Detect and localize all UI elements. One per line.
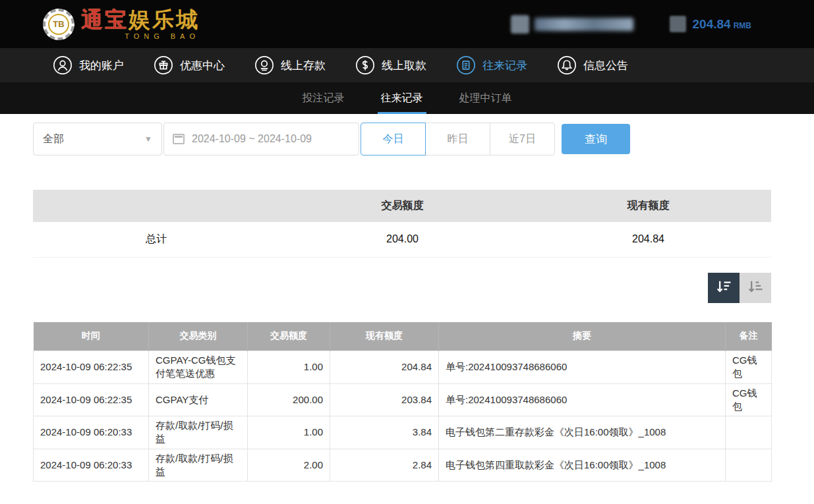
- nav-item-transaction-records[interactable]: 往来记录: [456, 55, 527, 75]
- nav-label: 我的账户: [79, 58, 124, 73]
- col-time: 时间: [34, 322, 149, 351]
- date-range-picker[interactable]: 2024-10-09 ~ 2024-10-09: [163, 123, 359, 155]
- cell-time: 2024-10-09 06:20:33: [34, 416, 149, 449]
- summary-header-row: 交易额度 现有额度: [33, 190, 771, 222]
- tab-transaction-records[interactable]: 往来记录: [378, 82, 426, 114]
- sort-descending-button[interactable]: [708, 273, 740, 303]
- type-select-value: 全部: [43, 132, 64, 146]
- tab-processing-orders[interactable]: 处理中订单: [456, 82, 515, 114]
- cell-note: [726, 416, 772, 449]
- cell-type: CGPAY-CG钱包支付笔笔送优惠: [149, 351, 248, 384]
- cell-summary: 单号:202410093748686060: [439, 383, 726, 416]
- cell-summary: 单号:202410093748686060: [439, 351, 726, 384]
- main-nav: 我的账户 优惠中心 线上存款 线上取款: [0, 48, 814, 82]
- summary-header-balance: 现有额度: [525, 190, 771, 222]
- col-balance: 现有额度: [330, 322, 439, 351]
- sort-controls: [33, 273, 771, 303]
- date-range-value: 2024-10-09 ~ 2024-10-09: [192, 133, 312, 145]
- quick-last7days-button[interactable]: 近7日: [490, 123, 555, 155]
- gift-icon: [154, 55, 173, 75]
- cell-time: 2024-10-09 06:20:33: [34, 449, 149, 482]
- table-row: 2024-10-09 06:22:35 CGPAY-CG钱包支付笔笔送优惠 1.…: [34, 351, 772, 384]
- main-content: 全部 ▼ 2024-10-09 ~ 2024-10-09 今日 昨日 近7日 查…: [33, 123, 771, 504]
- transactions-table: 时间 交易类别 交易额度 现有额度 摘要 备注 2024-10-09 06:22…: [33, 322, 772, 482]
- quick-date-group: 今日 昨日 近7日: [361, 123, 555, 155]
- col-amount: 交易额度: [248, 322, 330, 351]
- cell-type: CGPAY支付: [149, 383, 248, 416]
- header-account-area: 204.84RMB: [511, 15, 751, 34]
- masked-username-text: [535, 18, 633, 31]
- balance-amount: 204.84: [693, 17, 731, 31]
- table-header-row: 时间 交易类别 交易额度 现有额度 摘要 备注: [34, 322, 772, 351]
- cell-note: [726, 449, 772, 482]
- summary-trade-value: 204.00: [279, 222, 525, 257]
- nav-item-deposit[interactable]: 线上存款: [254, 55, 326, 75]
- col-note: 备注: [726, 322, 772, 351]
- masked-username: [511, 15, 633, 34]
- top-header: TB 通宝娱乐城 TONG BAO 204.84RMB: [0, 0, 814, 48]
- sort-ascending-icon: [746, 277, 765, 298]
- cell-summary: 电子钱包第四重取款彩金《次日16:00领取》_1008: [439, 449, 726, 482]
- cell-type: 存款/取款/打码/损益: [149, 416, 248, 449]
- logo-title-gold: 娱乐城: [129, 7, 200, 32]
- nav-item-withdraw[interactable]: 线上取款: [355, 55, 426, 75]
- logo-text: 通宝娱乐城 TONG BAO: [81, 9, 200, 40]
- nav-label: 信息公告: [583, 58, 628, 73]
- deposit-coin-icon: [254, 55, 274, 75]
- nav-label: 线上取款: [382, 58, 426, 73]
- table-row: 2024-10-09 06:20:33 存款/取款/打码/损益 2.00 2.8…: [34, 449, 772, 482]
- filter-row: 全部 ▼ 2024-10-09 ~ 2024-10-09 今日 昨日 近7日 查…: [33, 123, 771, 155]
- col-type: 交易类别: [149, 322, 248, 351]
- bell-icon: [557, 55, 577, 75]
- balance-display: 204.84RMB: [670, 16, 751, 32]
- sort-descending-icon: [714, 277, 733, 298]
- nav-label: 线上存款: [281, 58, 326, 73]
- cell-balance: 203.84: [330, 383, 439, 416]
- chevron-down-icon: ▼: [144, 134, 152, 144]
- cell-time: 2024-10-09 06:22:35: [34, 383, 149, 416]
- type-select[interactable]: 全部 ▼: [33, 123, 162, 155]
- nav-label: 优惠中心: [180, 58, 225, 73]
- nav-item-announcements[interactable]: 信息公告: [557, 55, 628, 75]
- quick-today-button[interactable]: 今日: [361, 123, 426, 155]
- cell-balance: 2.84: [330, 449, 439, 482]
- nav-item-promotions[interactable]: 优惠中心: [154, 55, 225, 75]
- wallet-icon: [670, 16, 686, 32]
- logo-chip-text: TB: [53, 19, 64, 29]
- cell-summary: 电子钱包第二重存款彩金《次日16:00领取》_1008: [439, 416, 726, 449]
- search-button[interactable]: 查询: [562, 124, 630, 154]
- withdraw-dollar-icon: [355, 55, 375, 75]
- tab-label: 处理中订单: [459, 92, 512, 105]
- nav-item-my-account[interactable]: 我的账户: [53, 55, 124, 75]
- col-summary: 摘要: [439, 322, 726, 351]
- cell-amount: 1.00: [248, 351, 330, 384]
- nav-label: 往来记录: [482, 58, 527, 73]
- table-row: 2024-10-09 06:20:33 存款/取款/打码/损益 1.00 3.8…: [34, 416, 772, 449]
- summary-balance-value: 204.84: [525, 222, 771, 257]
- logo-title-red: 通宝: [81, 7, 129, 32]
- cell-type: 存款/取款/打码/损益: [149, 449, 248, 482]
- cell-amount: 2.00: [248, 449, 330, 482]
- cell-balance: 204.84: [330, 351, 439, 384]
- cell-note: CG钱包: [726, 383, 772, 416]
- user-icon: [53, 55, 73, 75]
- summary-total-row: 总计 204.00 204.84: [33, 222, 771, 257]
- summary-table: 交易额度 现有额度 总计 204.00 204.84: [33, 190, 771, 258]
- calendar-icon: [173, 134, 185, 144]
- quick-yesterday-button[interactable]: 昨日: [425, 123, 490, 155]
- cell-balance: 3.84: [330, 416, 439, 449]
- summary-total-label: 总计: [33, 222, 279, 257]
- cell-time: 2024-10-09 06:22:35: [34, 351, 149, 384]
- cell-amount: 1.00: [248, 416, 330, 449]
- cell-amount: 200.00: [248, 383, 330, 416]
- records-subnav: 投注记录 往来记录 处理中订单: [0, 82, 814, 114]
- tab-label: 投注记录: [303, 92, 345, 105]
- sort-ascending-button[interactable]: [740, 273, 771, 303]
- user-avatar-icon: [511, 15, 529, 34]
- site-logo[interactable]: TB 通宝娱乐城 TONG BAO: [43, 9, 200, 40]
- logo-subtitle: TONG BAO: [81, 32, 200, 40]
- tab-label: 往来记录: [381, 92, 423, 105]
- balance-text: 204.84RMB: [693, 17, 751, 32]
- tab-betting-records[interactable]: 投注记录: [299, 82, 348, 114]
- summary-header-empty: [33, 190, 279, 222]
